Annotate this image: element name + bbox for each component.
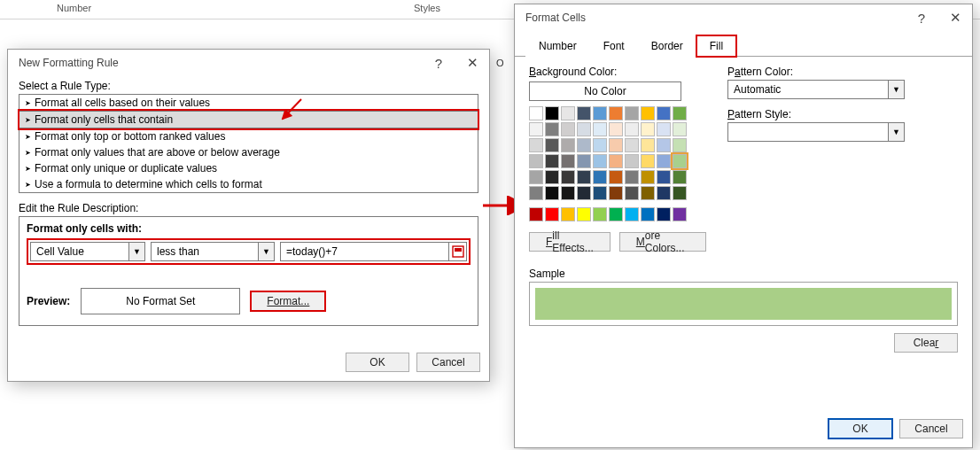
- rule-type-item[interactable]: Format only values that are above or bel…: [19, 144, 478, 160]
- close-button[interactable]: ✕: [938, 4, 972, 31]
- color-swatch[interactable]: [641, 154, 655, 168]
- color-swatch[interactable]: [529, 207, 543, 221]
- color-swatch[interactable]: [657, 207, 671, 221]
- color-swatch[interactable]: [673, 138, 687, 152]
- color-swatch[interactable]: [625, 207, 639, 221]
- rule-type-item[interactable]: Format only unique or duplicate values: [19, 160, 478, 176]
- rule-type-item-selected[interactable]: Format only cells that contain: [19, 111, 478, 128]
- color-swatch[interactable]: [529, 106, 543, 120]
- color-swatch[interactable]: [657, 186, 671, 200]
- color-swatch[interactable]: [609, 170, 623, 184]
- color-swatch[interactable]: [593, 122, 607, 136]
- color-swatch[interactable]: [673, 122, 687, 136]
- color-swatch[interactable]: [561, 122, 575, 136]
- color-swatch[interactable]: [641, 106, 655, 120]
- color-swatch[interactable]: [577, 186, 591, 200]
- help-button[interactable]: ?: [905, 4, 938, 31]
- color-swatch[interactable]: [657, 138, 671, 152]
- condition-value-input[interactable]: [280, 242, 467, 261]
- color-swatch[interactable]: [545, 122, 559, 136]
- color-swatch[interactable]: [593, 186, 607, 200]
- color-swatch[interactable]: [577, 154, 591, 168]
- color-swatch[interactable]: [673, 186, 687, 200]
- format-button[interactable]: Format...: [251, 291, 325, 311]
- ok-button[interactable]: OK: [828, 419, 892, 438]
- color-swatch[interactable]: [609, 154, 623, 168]
- color-swatch[interactable]: [561, 138, 575, 152]
- color-swatch[interactable]: [625, 106, 639, 120]
- color-swatch[interactable]: [561, 186, 575, 200]
- color-swatch[interactable]: [625, 186, 639, 200]
- color-swatch[interactable]: [625, 122, 639, 136]
- color-swatch[interactable]: [609, 138, 623, 152]
- cancel-button[interactable]: Cancel: [416, 353, 480, 372]
- ok-button[interactable]: OK: [346, 353, 409, 372]
- color-swatch[interactable]: [657, 122, 671, 136]
- color-swatch[interactable]: [593, 154, 607, 168]
- color-swatch[interactable]: [545, 207, 559, 221]
- rule-type-item[interactable]: Format all cells based on their values: [19, 95, 478, 111]
- color-swatch[interactable]: [657, 106, 671, 120]
- color-swatch[interactable]: [545, 154, 559, 168]
- color-swatch[interactable]: [593, 207, 607, 221]
- close-button[interactable]: ✕: [455, 50, 489, 76]
- dialog-title-bar[interactable]: New Formatting Rule ? ✕: [8, 50, 489, 76]
- color-swatch[interactable]: [657, 154, 671, 168]
- rule-type-item[interactable]: Format only top or bottom ranked values: [19, 128, 478, 144]
- color-swatch[interactable]: [561, 207, 575, 221]
- chevron-down-icon[interactable]: ▼: [888, 81, 904, 98]
- color-swatch[interactable]: [545, 186, 559, 200]
- color-swatch[interactable]: [673, 154, 687, 168]
- no-color-button[interactable]: No Color: [529, 81, 681, 101]
- color-swatch[interactable]: [577, 122, 591, 136]
- pattern-style-combo[interactable]: ▼: [727, 122, 905, 142]
- tab-fill[interactable]: Fill: [696, 35, 736, 57]
- color-swatch[interactable]: [609, 106, 623, 120]
- color-swatch[interactable]: [593, 170, 607, 184]
- color-swatch[interactable]: [641, 122, 655, 136]
- color-swatch[interactable]: [625, 154, 639, 168]
- chevron-down-icon[interactable]: ▼: [128, 243, 144, 260]
- color-swatch[interactable]: [577, 138, 591, 152]
- color-swatch[interactable]: [561, 106, 575, 120]
- rule-type-list[interactable]: Format all cells based on their values F…: [19, 94, 478, 193]
- more-colors-button[interactable]: More Colors...: [619, 232, 706, 252]
- color-swatch[interactable]: [593, 138, 607, 152]
- color-swatch[interactable]: [673, 106, 687, 120]
- color-swatch[interactable]: [673, 207, 687, 221]
- color-swatch[interactable]: [641, 138, 655, 152]
- color-swatch[interactable]: [561, 154, 575, 168]
- color-swatch[interactable]: [529, 122, 543, 136]
- color-swatch[interactable]: [641, 170, 655, 184]
- color-swatch[interactable]: [577, 170, 591, 184]
- color-swatch[interactable]: [545, 106, 559, 120]
- dialog-title-bar[interactable]: Format Cells ? ✕: [515, 4, 972, 31]
- clear-button[interactable]: Clear: [894, 333, 958, 353]
- color-swatch[interactable]: [625, 170, 639, 184]
- color-swatch[interactable]: [577, 207, 591, 221]
- color-swatch[interactable]: [625, 138, 639, 152]
- color-swatch[interactable]: [609, 207, 623, 221]
- color-swatch[interactable]: [529, 170, 543, 184]
- color-swatch[interactable]: [609, 186, 623, 200]
- formula-input[interactable]: [281, 243, 448, 260]
- color-swatch[interactable]: [641, 207, 655, 221]
- condition-subject-combo[interactable]: Cell Value ▼: [30, 242, 145, 261]
- column-header-o[interactable]: O: [496, 58, 512, 68]
- chevron-down-icon[interactable]: ▼: [888, 123, 904, 141]
- color-swatch[interactable]: [529, 154, 543, 168]
- rule-type-item[interactable]: Use a formula to determine which cells t…: [19, 176, 478, 192]
- condition-operator-combo[interactable]: less than ▼: [151, 242, 275, 261]
- cancel-button[interactable]: Cancel: [899, 419, 963, 438]
- color-swatch[interactable]: [593, 106, 607, 120]
- color-swatch[interactable]: [641, 186, 655, 200]
- color-swatch[interactable]: [545, 138, 559, 152]
- chevron-down-icon[interactable]: ▼: [258, 243, 274, 260]
- tab-font[interactable]: Font: [590, 35, 638, 57]
- color-swatch[interactable]: [609, 122, 623, 136]
- color-swatch[interactable]: [673, 170, 687, 184]
- tab-number[interactable]: Number: [525, 35, 590, 57]
- color-swatch[interactable]: [529, 186, 543, 200]
- color-swatch[interactable]: [657, 170, 671, 184]
- color-swatch[interactable]: [561, 170, 575, 184]
